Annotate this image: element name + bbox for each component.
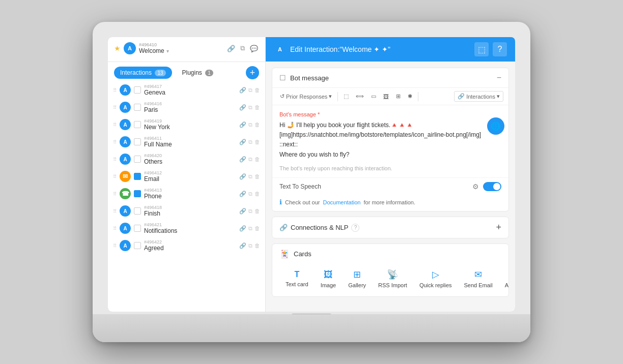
toolbar-icon-5[interactable]: ⊞ <box>393 92 403 101</box>
quick-replies-icon: ▷ <box>432 269 439 280</box>
link-icon[interactable]: 🔗 <box>239 139 246 145</box>
link-icon[interactable]: 🔗 <box>239 208 246 215</box>
layout-icon[interactable]: ⬚ <box>474 42 489 56</box>
copy-icon[interactable]: ⧉ <box>248 104 252 111</box>
delete-icon[interactable]: 🗑 <box>254 242 260 249</box>
item-checkbox[interactable] <box>134 173 141 180</box>
list-item[interactable]: ⠿ A #496421 Notifications 🔗 ⧉ 🗑 <box>108 220 265 237</box>
message-icon: ☐ <box>279 74 286 82</box>
copy-icon[interactable]: ⧉ <box>248 156 252 163</box>
star-icon[interactable]: ★ <box>114 44 121 52</box>
gallery-button[interactable]: ⊞ Gallery <box>342 266 372 291</box>
toolbar-icon-6[interactable]: ✱ <box>405 92 415 101</box>
message-content[interactable]: Hi 🤳 I'll help you book your flight tick… <box>279 120 501 161</box>
chat-icon[interactable]: 💬 <box>249 44 259 53</box>
quick-replies-button[interactable]: ▷ Quick replies <box>413 266 458 291</box>
help-icon[interactable]: ? <box>351 224 359 232</box>
delete-icon[interactable]: 🗑 <box>254 225 260 231</box>
link-icon[interactable]: 🔗 <box>226 44 236 53</box>
link-icon[interactable]: 🔗 <box>239 173 246 180</box>
copy-icon[interactable]: ⧉ <box>248 173 252 180</box>
add-connection-button[interactable]: + <box>496 222 501 233</box>
link-icon[interactable]: 🔗 <box>239 87 246 94</box>
image-button[interactable]: 🖼 Image <box>315 266 343 291</box>
settings-icon[interactable]: ⚙ <box>472 183 479 191</box>
main-header-title: Edit Interaction:"Welcome ✦ ✦" <box>290 45 390 53</box>
link-icon[interactable]: 🔗 <box>239 225 246 232</box>
item-checkbox[interactable] <box>134 86 141 94</box>
rss-import-button[interactable]: 📡 RSS Import <box>372 266 413 291</box>
tab-plugins[interactable]: Plugins 1 <box>176 67 219 79</box>
copy-icon[interactable]: ⧉ <box>239 43 246 53</box>
copy-icon[interactable]: ⧉ <box>248 242 252 249</box>
delete-icon[interactable]: 🗑 <box>254 122 260 128</box>
text-card-button[interactable]: T Text card <box>279 267 315 290</box>
list-item[interactable]: ⠿ ✉ #496412 Email 🔗 ⧉ 🗑 <box>108 168 265 185</box>
item-avatar: A <box>120 240 131 251</box>
interactions-badge: 13 <box>155 70 165 76</box>
copy-icon[interactable]: ⧉ <box>248 225 252 232</box>
item-checkbox[interactable] <box>134 121 141 128</box>
toolbar-icon-4[interactable]: 🖼 <box>381 92 391 101</box>
plugins-badge: 1 <box>205 70 213 76</box>
delete-icon[interactable]: 🗑 <box>254 139 260 145</box>
delete-icon[interactable]: 🗑 <box>254 173 260 179</box>
copy-icon[interactable]: ⧉ <box>248 87 252 94</box>
list-item[interactable]: ⠿ A #496417 Geneva 🔗 ⧉ 🗑 <box>108 81 265 99</box>
list-item[interactable]: ⠿ A #496416 Paris 🔗 ⧉ 🗑 <box>108 99 265 116</box>
list-item[interactable]: ⠿ A #496420 Others 🔗 ⧉ 🗑 <box>108 150 265 168</box>
item-checkbox[interactable] <box>134 190 141 197</box>
delete-icon[interactable]: 🗑 <box>254 208 260 214</box>
list-item[interactable]: ⠿ A #496411 Full Name 🔗 ⧉ 🗑 <box>108 133 265 150</box>
documentation-link[interactable]: Documentation <box>323 199 360 205</box>
chevron-down-icon[interactable]: ▾ <box>166 48 169 54</box>
link-icon[interactable]: 🔗 <box>239 122 246 128</box>
laptop-bottom <box>93 314 530 342</box>
send-email-button[interactable]: ✉ Send Email <box>458 266 499 291</box>
tab-interactions[interactable]: Interactions 13 <box>114 67 172 79</box>
divider <box>337 92 338 101</box>
info-text: Check out our <box>285 199 320 205</box>
screen: ★ A #496410 Welcome ▾ 🔗 <box>108 37 515 312</box>
toolbar-icon-1[interactable]: ⬚ <box>341 92 351 101</box>
link-icon[interactable]: 🔗 <box>239 156 246 163</box>
link-icon[interactable]: 🔗 <box>239 191 246 197</box>
item-name: Finish <box>144 210 236 217</box>
interactions-dropdown[interactable]: 🔗 Interactions ▾ <box>454 91 503 102</box>
add-interaction-button[interactable]: + <box>246 66 259 79</box>
item-checkbox[interactable] <box>134 104 141 111</box>
list-item[interactable]: ⠿ A #496419 New York 🔗 ⧉ 🗑 <box>108 116 265 133</box>
help-icon[interactable]: ? <box>493 42 507 56</box>
copy-icon[interactable]: ⧉ <box>248 139 252 145</box>
info-row: ℹ Check out our Documentation for more i… <box>272 195 508 211</box>
collapse-button[interactable]: − <box>497 73 501 82</box>
toolbar-icon-3[interactable]: ▭ <box>369 92 379 101</box>
delete-icon[interactable]: 🗑 <box>254 104 260 110</box>
copy-icon[interactable]: ⧉ <box>248 191 252 197</box>
globe-translate-button[interactable]: 🌐 <box>487 117 504 135</box>
copy-icon[interactable]: ⧉ <box>248 122 252 128</box>
list-item[interactable]: ⠿ A #496422 Agreed 🔗 ⧉ 🗑 <box>108 237 265 254</box>
prior-responses-button[interactable]: ↺ Prior Responses ▾ <box>277 92 334 101</box>
list-item[interactable]: ⠿ ☎ #496413 Phone 🔗 ⧉ 🗑 <box>108 185 265 202</box>
item-name: Paris <box>144 106 236 113</box>
item-checkbox[interactable] <box>134 156 141 163</box>
item-checkbox[interactable] <box>134 207 141 215</box>
link-icon[interactable]: 🔗 <box>239 104 246 111</box>
item-checkbox[interactable] <box>134 138 141 145</box>
delete-icon[interactable]: 🗑 <box>254 156 260 162</box>
link-icon[interactable]: 🔗 <box>239 242 246 249</box>
delete-icon[interactable]: 🗑 <box>254 191 260 197</box>
toolbar-icon-2[interactable]: ⟺ <box>353 92 366 101</box>
delete-icon[interactable]: 🗑 <box>254 87 260 93</box>
item-checkbox[interactable] <box>134 242 141 249</box>
list-item[interactable]: ⠿ A #496418 Finish 🔗 ⧉ 🗑 <box>108 202 265 220</box>
add-attributes-button[interactable]: ⟺ Add Attributes <box>499 266 508 291</box>
tts-toggle[interactable] <box>483 182 501 191</box>
chevron-down-icon: ▾ <box>497 93 500 100</box>
sidebar: ★ A #496410 Welcome ▾ 🔗 <box>108 37 266 312</box>
editor-toolbar: ↺ Prior Responses ▾ ⬚ ⟺ ▭ 🖼 ⊞ ✱ <box>272 88 508 105</box>
item-checkbox[interactable] <box>134 225 141 232</box>
item-avatar: A <box>120 119 131 130</box>
copy-icon[interactable]: ⧉ <box>248 208 252 215</box>
